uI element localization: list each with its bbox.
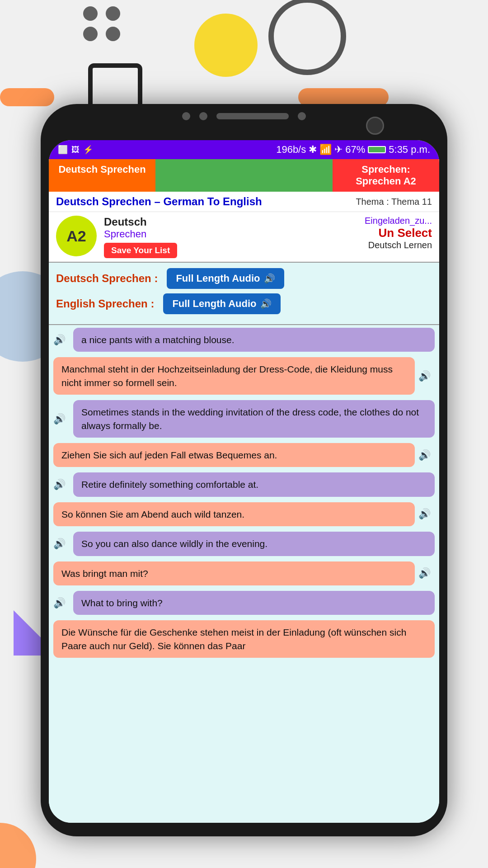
svg-point-3: [106, 27, 120, 41]
deutsch-audio-row: Deutsch Sprechen : Full Length Audio 🔊: [56, 268, 432, 289]
deutsch-lernen-text: Deutsch Lernen: [365, 240, 432, 250]
sentence-bubble: So können Sie am Abend auch wild tanzen.: [53, 502, 415, 526]
list-item: Die Wünsche für die Geschenke stehen mei…: [49, 618, 439, 660]
status-icons-left: ⬜ 🖼 ⚡: [58, 145, 93, 155]
sound-icon[interactable]: 🔊: [53, 413, 70, 425]
sound-icon[interactable]: 🔊: [418, 370, 435, 382]
english-audio-button[interactable]: Full Length Audio 🔊: [163, 293, 280, 314]
svg-rect-4: [0, 88, 54, 106]
list-item: So können Sie am Abend auch wild tanzen.…: [49, 500, 439, 529]
avatar: A2: [56, 216, 97, 256]
svg-point-17: [0, 823, 36, 868]
sound-icon[interactable]: 🔊: [418, 508, 435, 520]
deutsch-audio-button[interactable]: Full Length Audio 🔊: [167, 268, 284, 289]
phone-top-bar: [41, 104, 447, 125]
profile-subtitle: Sprechen: [104, 228, 357, 240]
sentence-bubble: Manchmal steht in der Hochzeitseinladung…: [53, 357, 415, 395]
phone-frame: ⬜ 🖼 ⚡ 196b/s ✱ 📶 ✈ 67% 5:35 p.m. Deutsch…: [41, 104, 447, 836]
list-item: 🔊 a nice pants with a matching blouse.: [49, 325, 439, 354]
screen-icon: ⬜: [58, 145, 68, 155]
profile-right: Eingeladen_zu... Un Select Deutsch Lerne…: [365, 216, 432, 250]
tab-deutsch-sprechen[interactable]: Deutsch Sprechen: [49, 159, 155, 192]
dot-left: [182, 112, 190, 120]
svg-rect-5: [298, 88, 389, 106]
svg-point-8: [271, 0, 343, 72]
dot-center-left: [199, 112, 207, 120]
audio-icon-english: 🔊: [260, 298, 272, 309]
list-item: Ziehen Sie sich auf jeden Fall etwas Beq…: [49, 440, 439, 470]
svg-point-1: [106, 6, 120, 21]
english-sprechen-label: English Sprechen :: [56, 297, 154, 310]
thema-text: Thema : Thema 11: [356, 197, 432, 207]
status-bar: ⬜ 🖼 ⚡ 196b/s ✱ 📶 ✈ 67% 5:35 p.m.: [49, 140, 439, 159]
bluetooth-icon: ✱: [309, 144, 317, 156]
speed-text: 196b/s: [276, 144, 306, 156]
image-icon: 🖼: [71, 145, 80, 155]
sentence-bubble: What to bring with?: [73, 591, 435, 615]
battery-pct: 67%: [345, 144, 365, 156]
airplane-icon: ✈: [334, 144, 343, 156]
list-item: 🔊 Retire definitely something comfortabl…: [49, 470, 439, 499]
wifi-icon: 📶: [319, 144, 332, 156]
list-item: 🔊 So you can also dance wildly in the ev…: [49, 529, 439, 558]
app-info-bar: Deutsch Sprechen – German To English The…: [49, 192, 439, 212]
svg-point-7: [194, 14, 258, 77]
sound-icon[interactable]: 🔊: [53, 597, 70, 609]
phone-screen: ⬜ 🖼 ⚡ 196b/s ✱ 📶 ✈ 67% 5:35 p.m. Deutsch…: [49, 140, 439, 823]
sound-icon[interactable]: 🔊: [53, 479, 70, 491]
usb-icon: ⚡: [83, 145, 93, 155]
sentence-bubble: Sometimes stands in the wedding invitati…: [73, 400, 435, 438]
sentence-bubble: Ziehen Sie sich auf jeden Fall etwas Beq…: [53, 443, 415, 467]
app-header-tabs: Deutsch Sprechen Sprechen: Sprechen A2: [49, 159, 439, 192]
sentence-bubble: a nice pants with a matching blouse.: [73, 328, 435, 352]
phone-camera: [366, 117, 384, 135]
app-title: Deutsch Sprechen – German To English: [56, 195, 262, 208]
status-icons-right: 196b/s ✱ 📶 ✈ 67% 5:35 p.m.: [276, 144, 430, 156]
profile-row: A2 Deutsch Sprechen Save Your List Einge…: [49, 212, 439, 262]
svg-point-0: [83, 6, 98, 21]
save-list-button[interactable]: Save Your List: [104, 243, 177, 258]
phone-speaker: [216, 113, 289, 119]
dot-right: [298, 112, 306, 120]
unselect-button[interactable]: Un Select: [365, 226, 432, 240]
sound-icon[interactable]: 🔊: [418, 449, 435, 461]
sentence-bubble: Was bringt man mit?: [53, 561, 415, 585]
sound-icon[interactable]: 🔊: [53, 334, 70, 346]
svg-point-2: [83, 27, 98, 41]
time-text: 5:35 p.m.: [389, 144, 430, 156]
deutsch-sprechen-label: Deutsch Sprechen :: [56, 272, 158, 285]
list-item: Manchmal steht in der Hochzeitseinladung…: [49, 354, 439, 397]
list-item: 🔊 What to bring with?: [49, 588, 439, 618]
eingeladen-text: Eingeladen_zu...: [365, 216, 432, 226]
sentence-bubble: Retire definitely something comfortable …: [73, 472, 435, 496]
profile-info: Deutsch Sprechen Save Your List: [104, 216, 357, 258]
list-item: 🔊 Sometimes stands in the wedding invita…: [49, 397, 439, 440]
sound-icon[interactable]: 🔊: [418, 567, 435, 579]
profile-name: Deutsch: [104, 216, 357, 228]
sentence-bubble: So you can also dance wildly in the even…: [73, 532, 435, 556]
sentence-bubble: Die Wünsche für die Geschenke stehen mei…: [53, 620, 435, 658]
sound-icon[interactable]: 🔊: [53, 538, 70, 550]
content-area[interactable]: 🔊 a nice pants with a matching blouse. M…: [49, 325, 439, 823]
audio-section: Deutsch Sprechen : Full Length Audio 🔊 E…: [49, 262, 439, 324]
tab-green-spacer: [155, 159, 333, 192]
audio-icon-deutsch: 🔊: [264, 273, 275, 284]
english-audio-row: English Sprechen : Full Length Audio 🔊: [56, 293, 432, 314]
list-item: Was bringt man mit? 🔊: [49, 559, 439, 588]
battery-bar: [368, 146, 386, 153]
tab-sprechen-a2[interactable]: Sprechen: Sprechen A2: [333, 159, 439, 192]
